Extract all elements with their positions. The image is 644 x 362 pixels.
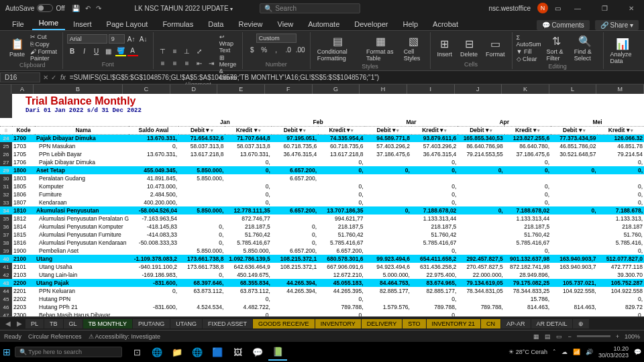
cut-button[interactable]: ✂ Cut — [30, 34, 58, 40]
orientation-icon[interactable]: ⤢ — [194, 46, 205, 57]
zoom-in-button[interactable]: + — [616, 333, 619, 340]
sheet-tab-inventory[interactable]: INVENTORY — [315, 319, 361, 328]
minimize-button[interactable]: — — [568, 5, 588, 12]
col-header-J[interactable]: J — [455, 84, 502, 94]
underline-button[interactable]: U — [91, 46, 102, 56]
sheet-tab-tb-monthly[interactable]: TB MONTHLY — [83, 319, 132, 328]
row-header[interactable]: 29 — [0, 166, 12, 174]
whatsapp-icon[interactable]: 💬 — [248, 343, 267, 361]
row-header[interactable]: 46 — [0, 303, 12, 311]
filter-kredit[interactable]: Kredit ▾ — [598, 126, 644, 134]
redo-icon[interactable]: ↷ — [96, 5, 101, 12]
col-header-E[interactable]: E — [217, 84, 265, 94]
clock[interactable]: 10.2030/03/2023 — [598, 345, 629, 359]
view-layout-icon[interactable]: ▤ — [545, 333, 551, 340]
font-color-button[interactable]: A — [127, 46, 138, 56]
bold-button[interactable]: B — [67, 46, 78, 56]
ribbon-tab-help[interactable]: Help — [396, 18, 425, 30]
ribbon-tab-view[interactable]: View — [271, 18, 301, 30]
sheet-tab-inventory-21[interactable]: INVENTORY 21 — [427, 319, 481, 328]
col-header-A[interactable]: A — [11, 84, 33, 94]
increase-font-icon[interactable]: A↑ — [126, 34, 137, 44]
fill-button[interactable]: ▼ Fill — [517, 48, 541, 55]
cancel-formula-icon[interactable]: ✕ — [43, 74, 48, 81]
col-header-L[interactable]: L — [549, 84, 597, 94]
row-header[interactable]: 43 — [0, 279, 12, 287]
filter-debit[interactable]: Debit ▾ — [272, 126, 318, 134]
volume-icon[interactable]: 🔊 — [586, 349, 593, 355]
align-center-icon[interactable]: ≡ — [170, 58, 180, 69]
col-header-H[interactable]: H — [360, 84, 407, 94]
ribbon-tab-file[interactable]: File — [5, 18, 31, 30]
filter-kredit[interactable]: Kredit ▾ — [504, 126, 551, 134]
ribbon-tab-acrobat[interactable]: Acrobat — [426, 18, 465, 30]
ribbon-tab-insert[interactable]: Insert — [66, 18, 99, 30]
notifications-icon[interactable]: 💬 — [634, 349, 641, 355]
sheet-tab-piutang[interactable]: PIUTANG — [133, 319, 170, 328]
month-header[interactable]: Mar — [365, 118, 458, 126]
month-header[interactable]: Feb — [272, 118, 365, 126]
font-name-select[interactable]: Arial — [67, 34, 107, 44]
row-header[interactable]: 47 — [0, 311, 12, 316]
undo-icon[interactable]: ↶ — [85, 5, 91, 12]
percent-icon[interactable]: % — [259, 44, 270, 55]
row-header[interactable]: 33 — [0, 198, 12, 206]
increase-decimal-icon[interactable]: .0 — [283, 44, 294, 55]
ribbon-tab-developer[interactable]: Developer — [347, 18, 394, 30]
insert-cells-button[interactable]: ⊞Insert — [435, 36, 455, 59]
row-header[interactable]: 31 — [0, 182, 12, 190]
ribbon-tab-data[interactable]: Data — [201, 18, 230, 30]
indent-increase-icon[interactable]: ⇥ — [206, 58, 217, 69]
wrap-text-button[interactable]: ↩ Wrap Text — [219, 34, 238, 54]
col-header-D[interactable]: D — [170, 84, 218, 94]
autosum-button[interactable]: Σ AutoSum — [517, 34, 541, 48]
row-header[interactable]: 24 — [0, 134, 12, 142]
filter-debit[interactable]: Debit ▾ — [458, 126, 504, 134]
font-size-select[interactable]: 9 — [109, 34, 125, 44]
zoom-out-button[interactable]: − — [568, 333, 571, 340]
ribbon-tab-formulas[interactable]: Formulas — [156, 18, 200, 30]
row-header[interactable]: 25 — [0, 142, 12, 150]
border-button[interactable]: ▦ — [103, 46, 114, 56]
chrome-icon[interactable]: 🌐 — [148, 343, 166, 361]
save-icon[interactable]: 💾 — [72, 5, 80, 12]
maximize-button[interactable]: ❐ — [594, 5, 614, 12]
sheet-nav-next[interactable]: ▶ — [14, 320, 25, 327]
search-box[interactable]: 🔍Search — [260, 3, 360, 13]
find-select-button[interactable]: 🔍Find & Select — [572, 34, 599, 63]
view-normal-icon[interactable]: ▦ — [533, 333, 539, 340]
italic-button[interactable]: I — [79, 46, 90, 56]
autosave-toggle[interactable] — [37, 4, 53, 12]
row-header[interactable]: 37 — [0, 231, 12, 239]
photos-icon[interactable]: 🖼 — [228, 343, 247, 361]
view-pagebreak-icon[interactable]: ▭ — [556, 333, 562, 340]
fx-icon[interactable]: fx — [60, 74, 66, 81]
col-header-B[interactable]: B — [34, 84, 123, 94]
task-view-icon[interactable]: ⊡ — [127, 343, 146, 361]
enter-formula-icon[interactable]: ✓ — [51, 74, 56, 81]
sheet-tab-pl[interactable]: PL — [25, 319, 44, 328]
row-header[interactable]: 30 — [0, 174, 12, 182]
sheet-nav-prev[interactable]: ◀ — [3, 320, 13, 327]
delete-cells-button[interactable]: ⊟Delete — [458, 36, 480, 59]
row-header[interactable]: 26 — [0, 150, 12, 158]
filter-kredit[interactable]: Kredit ▾ — [225, 126, 271, 134]
number-format-select[interactable]: Custom — [256, 34, 297, 43]
row-header[interactable]: 32 — [0, 190, 12, 198]
sheet-tab-sto[interactable]: STO — [402, 319, 425, 328]
comma-icon[interactable]: , — [271, 44, 282, 55]
zoom-slider[interactable] — [577, 335, 610, 337]
sheet-tab-delivery[interactable]: DELIVERY — [362, 319, 402, 328]
start-button[interactable]: ⊞ — [3, 347, 11, 357]
status-circular[interactable]: Circular References — [28, 333, 82, 340]
paste-button[interactable]: 📋Paste — [7, 36, 28, 59]
sheet-tab-ap-ar[interactable]: AP-AR — [501, 319, 531, 328]
ribbon-tab-review[interactable]: Review — [231, 18, 269, 30]
col-header-I[interactable]: I — [407, 84, 455, 94]
month-header[interactable]: Mei — [551, 118, 644, 126]
comments-button[interactable]: 💬 Comments — [537, 20, 590, 30]
weather-widget[interactable]: ☀ 28°C Cerah — [508, 349, 547, 355]
taskbar-search[interactable]: 🔍 Type here to search — [15, 347, 122, 357]
col-header-G[interactable]: G — [313, 84, 360, 94]
filter-kredit[interactable]: Kredit ▾ — [411, 126, 458, 134]
